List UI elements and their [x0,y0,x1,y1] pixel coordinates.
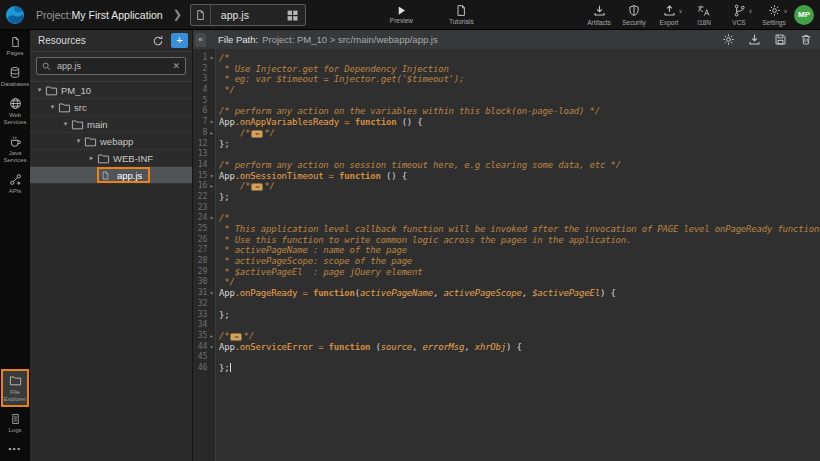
sidebar-item-pages[interactable]: Pages [0,30,30,61]
code-text[interactable]: * activePageScope: scope of the page [216,256,412,267]
sidebar-item-apis[interactable]: APIs [0,168,30,199]
fold-widget-icon[interactable]: ↔ [230,333,242,341]
fold-open-icon[interactable]: ▾ [207,213,216,224]
save-file-icon[interactable] [774,33,787,46]
topbar-action-security[interactable]: Security [622,4,646,26]
editor-body[interactable]: 1▾/*2 * Use Injector.get for Dependency … [193,49,820,461]
code-text[interactable]: App.onSessionTimeout = function () { [216,171,407,182]
code-text[interactable]: /* perform any action on the variables w… [216,106,600,117]
fold-open-icon[interactable]: ▾ [207,342,216,353]
tree-item-pm-10[interactable]: ▾PM_10 [30,82,192,99]
tab-app-js[interactable]: app.js [190,4,306,26]
code-text[interactable] [216,352,219,363]
settings-gear-icon[interactable] [722,33,735,46]
collapse-panel-icon[interactable]: « [195,33,206,47]
topbar-action-vcs[interactable]: ∨VCS [727,4,751,26]
code-text[interactable]: /*↔*/ [216,181,275,192]
fold-closed-icon[interactable]: ▸ [207,128,216,139]
clear-search-icon[interactable]: ✕ [172,61,180,71]
code-text[interactable]: * Use Injector.get for Dependency Inject… [216,64,449,75]
fold-widget-icon[interactable]: ↔ [251,130,263,138]
avatar[interactable]: MP [794,5,814,25]
more-options-icon[interactable]: ••• [9,438,22,459]
topbar-action-i18n[interactable]: I18N [692,4,716,26]
grid-icon[interactable] [286,8,300,22]
fold-open-icon[interactable]: ▾ [207,171,216,182]
code-text[interactable]: */ [216,85,235,96]
chevron-down-icon[interactable]: ▾ [60,120,71,128]
fold-spacer [207,310,216,321]
code-text[interactable]: }; [216,310,229,321]
fold-open-icon[interactable]: ▾ [207,117,216,128]
line-number: 31 [193,288,207,299]
code-text[interactable]: * eg: var $timeout = Injector.get('$time… [216,74,464,85]
search-box[interactable]: ✕ [36,57,186,75]
tutorials-icon [455,4,467,17]
wavemaker-logo-icon[interactable] [0,0,30,30]
chevron-right-icon[interactable]: ▸ [86,154,97,162]
refresh-icon[interactable] [150,33,166,49]
line-number: 25 [193,224,207,235]
fold-spacer [207,203,216,214]
chevron-down-icon[interactable]: ▾ [73,137,84,145]
code-text[interactable]: }; [216,192,229,203]
fold-open-icon[interactable]: ▾ [207,288,216,299]
sidebar-item-web-services[interactable]: Web Services [0,92,30,130]
code-text[interactable] [216,203,219,214]
tree-item-app-js[interactable]: app.js [30,167,192,184]
delete-file-icon[interactable] [800,33,812,46]
line-number: 3 [193,74,207,85]
sidebar-item-file-explorer[interactable]: File Explorer [1,369,29,407]
tree-item-main[interactable]: ▾main [30,116,192,133]
code-text[interactable]: * This application level callback functi… [216,224,820,235]
download-file-icon[interactable] [748,33,761,46]
sidebar-item-databases[interactable]: Databases [0,61,30,92]
app-window: Project:My First Application ❯ app.js Pr… [0,0,820,461]
code-text[interactable]: /* perform any action on session timeout… [216,160,621,171]
code-text[interactable]: /* [216,213,229,224]
annotation-highlight: app.js [97,167,150,183]
tree-item-src[interactable]: ▾src [30,99,192,116]
code-text[interactable]: App.onPageReady = function(activePageNam… [216,288,616,299]
tutorials-button[interactable]: Tutorials [449,4,474,25]
code-text[interactable]: /*↔*/ [216,128,275,139]
sidebar-item-java-services[interactable]: Java Services [0,130,30,168]
fold-closed-icon[interactable]: ▸ [207,181,216,192]
code-text[interactable] [216,96,219,107]
topbar-action-settings[interactable]: ∨Settings [762,4,786,26]
topbar-action-artifacts[interactable]: Artifacts [587,4,611,26]
code-line: 29 * $activePageEl : page jQuery element [193,267,820,278]
fold-open-icon[interactable]: ▾ [207,53,216,64]
code-text[interactable]: App.onServiceError = function (source, e… [216,342,522,353]
chevron-down-icon[interactable]: ▾ [47,103,58,111]
fold-widget-icon[interactable]: ↔ [251,183,263,191]
code-text[interactable] [216,320,219,331]
tree-item-webapp[interactable]: ▾webapp [30,133,192,150]
code-content[interactable]: 1▾/*2 * Use Injector.get for Dependency … [193,53,820,374]
code-text[interactable]: */ [216,277,235,288]
sidebar-item-logs[interactable]: Logs [0,407,30,438]
line-number: 45 [193,352,207,363]
code-text[interactable] [216,149,219,160]
code-text[interactable]: }; [216,139,229,150]
search-input[interactable] [55,60,172,72]
preview-button[interactable]: Preview [390,5,413,24]
action-label: Settings [762,19,786,26]
topbar-action-export[interactable]: ∨Export [657,4,681,26]
code-text[interactable]: /* [216,53,229,64]
chevron-down-icon[interactable]: ▾ [34,86,45,94]
code-text[interactable]: * Use this function to write common logi… [216,235,631,246]
fold-closed-icon[interactable]: ▸ [207,331,216,342]
preview-label: Preview [390,17,413,24]
code-text[interactable]: App.onAppVariablesReady = function () { [216,117,423,128]
code-text[interactable]: /*↔*/ [216,331,254,342]
code-text[interactable]: * $activePageEl : page jQuery element [216,267,423,278]
tree-item-label: src [74,102,87,113]
fold-spacer [207,106,216,117]
code-text[interactable]: * activePageName : name of the page [216,245,407,256]
code-text[interactable] [216,299,219,310]
tree-item-web-inf[interactable]: ▸WEB-INF [30,150,192,167]
code-text[interactable]: }; [216,363,231,374]
add-resource-button[interactable]: + [171,33,188,48]
line-number: 6 [193,106,207,117]
